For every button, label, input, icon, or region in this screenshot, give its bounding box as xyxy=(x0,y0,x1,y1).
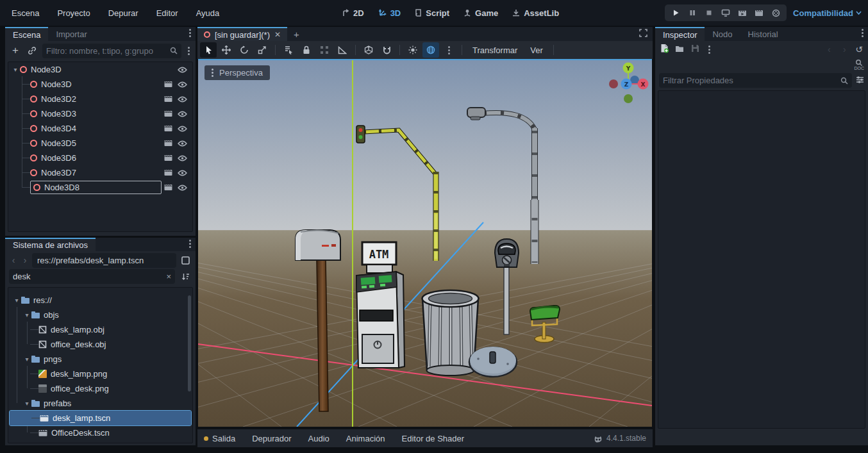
instance-scene-button[interactable] xyxy=(26,44,38,58)
dock-options-icon[interactable] xyxy=(187,240,193,248)
open-docs-icon[interactable]: DOC xyxy=(854,59,864,70)
filesystem-search[interactable]: × xyxy=(9,269,175,284)
new-scene-tab-button[interactable]: + xyxy=(287,29,306,40)
path-field[interactable] xyxy=(32,253,176,268)
visibility-eye-icon[interactable] xyxy=(178,67,187,73)
ruler-button[interactable] xyxy=(334,42,351,58)
filesystem-scrollbar[interactable] xyxy=(188,295,191,391)
collapse-caret-icon[interactable]: ▾ xyxy=(22,311,31,318)
scene-tree-row[interactable]: Node3D xyxy=(8,77,192,92)
remote-debug-button[interactable] xyxy=(719,6,733,19)
nav-back-icon[interactable]: ‹ xyxy=(9,255,18,265)
load-resource-button[interactable] xyxy=(675,45,685,54)
visibility-eye-icon[interactable] xyxy=(178,126,187,132)
tab-3d[interactable]: 3D xyxy=(373,5,406,21)
visibility-eye-icon[interactable] xyxy=(178,170,187,176)
tab-importar[interactable]: Importar xyxy=(48,27,94,41)
scene-tree-row[interactable]: Node3D7 xyxy=(8,165,192,180)
tab-script[interactable]: Script xyxy=(410,5,455,21)
select-list-button[interactable] xyxy=(280,42,297,58)
visibility-eye-icon[interactable] xyxy=(178,185,187,191)
visibility-eye-icon[interactable] xyxy=(178,140,187,147)
visibility-eye-icon[interactable] xyxy=(178,155,187,161)
scene-tree-row-root[interactable]: ▾ Node3D xyxy=(8,62,192,77)
filesystem-row-file[interactable]: office_desk.obj xyxy=(8,337,192,352)
bottom-tab-animacion[interactable]: Animación xyxy=(346,434,385,443)
scene-instance-icon[interactable] xyxy=(164,125,172,132)
scene-instance-icon[interactable] xyxy=(164,81,172,88)
tab-2d[interactable]: 2D xyxy=(337,5,369,21)
filesystem-row-pngs[interactable]: ▾ pngs xyxy=(8,352,192,367)
scene-instance-icon[interactable] xyxy=(164,184,172,191)
menu-ayuda[interactable]: Ayuda xyxy=(190,6,226,21)
tab-sistema-de-archivos[interactable]: Sistema de archivos xyxy=(5,238,96,251)
scene-tree-options-icon[interactable] xyxy=(185,47,192,55)
scene-tree-row[interactable]: Node3D5 xyxy=(8,136,192,151)
scene-instance-icon[interactable] xyxy=(164,140,172,147)
bottom-tab-editor-de-shader[interactable]: Editor de Shader xyxy=(402,434,465,443)
filesystem-row-prefabs[interactable]: ▾ prefabs xyxy=(8,396,192,411)
visibility-eye-icon[interactable] xyxy=(178,81,187,88)
bottom-tab-audio[interactable]: Audio xyxy=(308,434,330,443)
node-rename-field[interactable]: Node3D8 xyxy=(30,181,162,194)
history-icon[interactable]: ↺ xyxy=(855,44,863,54)
movie-maker-button[interactable] xyxy=(769,6,783,19)
stop-button[interactable] xyxy=(702,6,716,19)
add-node-button[interactable]: + xyxy=(9,44,22,58)
dock-options-icon[interactable] xyxy=(187,29,193,37)
collapse-caret-icon[interactable]: ▾ xyxy=(12,297,21,304)
bottom-tab-salida[interactable]: Salida xyxy=(204,434,235,443)
sort-files-icon[interactable] xyxy=(179,269,192,283)
preview-sun-button[interactable] xyxy=(405,42,421,58)
save-resource-button[interactable] xyxy=(691,44,699,54)
menu-transformar[interactable]: Transformar xyxy=(467,45,523,55)
visibility-eye-icon[interactable] xyxy=(178,96,187,103)
inspector-filter[interactable] xyxy=(659,73,852,88)
collapse-caret-icon[interactable]: ▾ xyxy=(11,66,20,73)
new-resource-button[interactable] xyxy=(660,44,669,55)
filesystem-row-selected[interactable]: desk_lamp.tscn xyxy=(10,411,191,425)
menu-editor[interactable]: Editor xyxy=(150,6,185,21)
perspective-menu[interactable]: Perspectiva xyxy=(204,65,270,80)
nav-forward-icon[interactable]: › xyxy=(21,255,29,265)
resource-options-icon[interactable] xyxy=(706,45,712,54)
scene-tab-unsaved[interactable]: [sin guardar](*) ✕ xyxy=(197,27,287,41)
filesystem-row-res[interactable]: ▾ res:// xyxy=(8,293,192,308)
tab-historial[interactable]: Historial xyxy=(740,27,786,41)
scene-tree-row[interactable]: Node3D2 xyxy=(8,92,192,106)
scene-filter[interactable] xyxy=(42,44,181,58)
menu-escena[interactable]: Escena xyxy=(5,6,46,21)
path-input[interactable] xyxy=(37,256,171,265)
dock-options-icon[interactable] xyxy=(859,29,865,37)
tab-nodo[interactable]: Nodo xyxy=(705,27,740,41)
local-space-button[interactable] xyxy=(360,42,377,58)
select-tool-button[interactable] xyxy=(200,42,217,58)
scene-instance-icon[interactable] xyxy=(164,110,172,117)
filesystem-row-file[interactable]: desk_lamp.png xyxy=(8,367,192,381)
history-back-icon[interactable]: ‹ xyxy=(824,44,833,54)
snap-button[interactable] xyxy=(378,42,395,58)
filesystem-row-file[interactable]: desk_lamp.obj xyxy=(8,322,192,337)
filesystem-search-input[interactable] xyxy=(13,272,166,281)
play-custom-scene-button[interactable] xyxy=(752,6,766,19)
bottom-tab-depurador[interactable]: Depurador xyxy=(252,434,291,443)
scene-tree-row-renaming[interactable]: Node3D8 xyxy=(8,180,192,195)
scale-tool-button[interactable] xyxy=(254,42,271,58)
rotate-tool-button[interactable] xyxy=(236,42,253,58)
scene-instance-icon[interactable] xyxy=(164,169,172,176)
history-forward-icon[interactable]: › xyxy=(840,44,849,54)
filesystem-row-file[interactable]: office_desk.png xyxy=(8,381,192,396)
tab-escena[interactable]: Escena xyxy=(5,27,48,41)
scene-instance-icon[interactable] xyxy=(164,95,172,103)
3d-viewport[interactable]: ATM xyxy=(198,59,652,427)
group-button[interactable] xyxy=(316,42,333,58)
inspector-filter-input[interactable] xyxy=(663,76,840,85)
scene-tree-row[interactable]: Node3D4 xyxy=(8,121,192,136)
property-filter-options-icon[interactable] xyxy=(856,76,864,86)
play-scene-button[interactable] xyxy=(735,6,749,19)
visibility-eye-icon[interactable] xyxy=(178,111,187,117)
move-tool-button[interactable] xyxy=(218,42,235,58)
pause-button[interactable] xyxy=(685,6,699,19)
scene-filter-input[interactable] xyxy=(46,46,170,56)
filesystem-row-file[interactable]: OfficeDesk.tscn xyxy=(8,425,192,440)
